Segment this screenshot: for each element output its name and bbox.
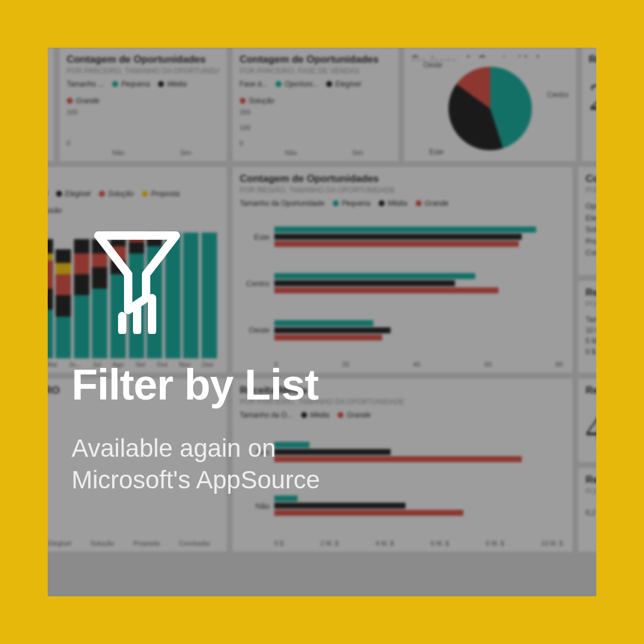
legend: Fase d... Oportuni... Elegível Solução [240,80,391,105]
axis-ticks: Tamanh... 10 M. $ 5 M. $ 0 $ [586,314,596,357]
tile-title: Receita [586,385,596,397]
tile-subtitle: POR TAM [586,487,596,496]
kpi-value: 4 [586,406,596,450]
kpi-value: 2 [589,75,596,119]
tile-title: Receita [589,54,596,66]
tile-title: Conta [586,173,596,185]
promo-overlay: Filter by List Available again on Micros… [72,227,320,496]
legend-label: Fase d... [240,80,268,88]
tile-partial-left: ...des [48,48,54,161]
tile-subtitle: POR PAR [586,300,596,308]
tile-title: Receita [586,474,596,486]
tile-title: Contagem de Oportunidades [411,54,569,57]
legend-label: Tamanho ... [67,80,104,88]
category-list: Oportu... Elegível Solução Proposta Conc… [586,200,596,259]
tile-list-fase: Conta POR FAS Oportu... Elegível Solução… [578,167,596,275]
tile-kpi-receita-2: Receita 4 [578,379,596,462]
tile-title: Contagem de Oportunidades [67,54,219,66]
tile-subtitle: POR PARCEIRO, FASE DE VENDAS [240,67,391,75]
promo-subtitle: Available again on Microsoft's AppSource [72,433,320,496]
legend: potencial Elegível Solução Proposta Conc… [48,190,219,215]
tile-title: Contagem de Oportunidades [240,173,565,185]
chart: 1000 [67,109,219,147]
pie-chart [448,67,532,150]
tile-title: Receita [586,287,596,299]
tile-receita-partner: Receita POR PAR Tamanh... 10 M. $ 5 M. $… [578,281,596,373]
legend: Tamanho ... Pequena Média Grande [67,80,219,105]
tile-receita-tam: Receita POR TAM 0,2 mM. $ [578,468,596,552]
promo-title: Filter by List [72,360,320,409]
tile-title: ...des [48,173,219,185]
tile-subtitle: POR PARCEIRO, TAMANHO DA OPORTUNIDADE [67,67,219,75]
tile-pie-regiao: Contagem de Oportunidades POR REGIÃO Oes… [404,48,576,161]
tile-bar-tamanho: Contagem de Oportunidades POR PARCEIRO, … [60,48,227,161]
filter-icon [89,227,320,336]
legend-label: Tamanho da Oportunidade [240,199,324,208]
legend: Tamanho da Oportunidade Pequena Média Gr… [240,199,565,208]
chart: 2001000 [240,109,391,147]
tile-subtitle: POR FAS [586,186,596,194]
tile-title: Contagem de Oportunidades [240,54,391,66]
tile-subtitle: POR REGIÃO, TAMANHO DA OPORTUNIDADE [240,186,565,194]
tile-bar-fase: Contagem de Oportunidades POR PARCEIRO, … [233,48,398,161]
tile-kpi-receita: Receita 2 [582,48,596,161]
axis-tick: 0,2 mM. $ [586,507,596,518]
